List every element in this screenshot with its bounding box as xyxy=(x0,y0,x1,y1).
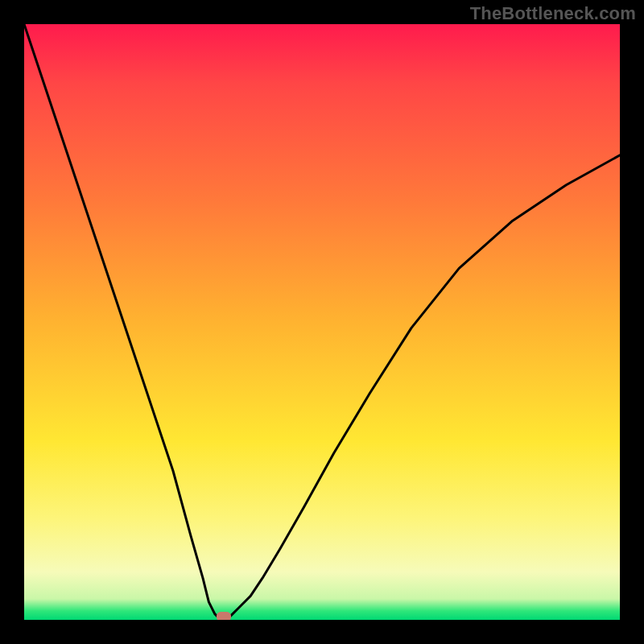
chart-frame: TheBottleneck.com xyxy=(0,0,644,644)
watermark-text: TheBottleneck.com xyxy=(470,3,636,24)
bottleneck-curve xyxy=(24,24,620,620)
plot-area xyxy=(24,24,620,620)
minimum-marker xyxy=(217,612,231,620)
